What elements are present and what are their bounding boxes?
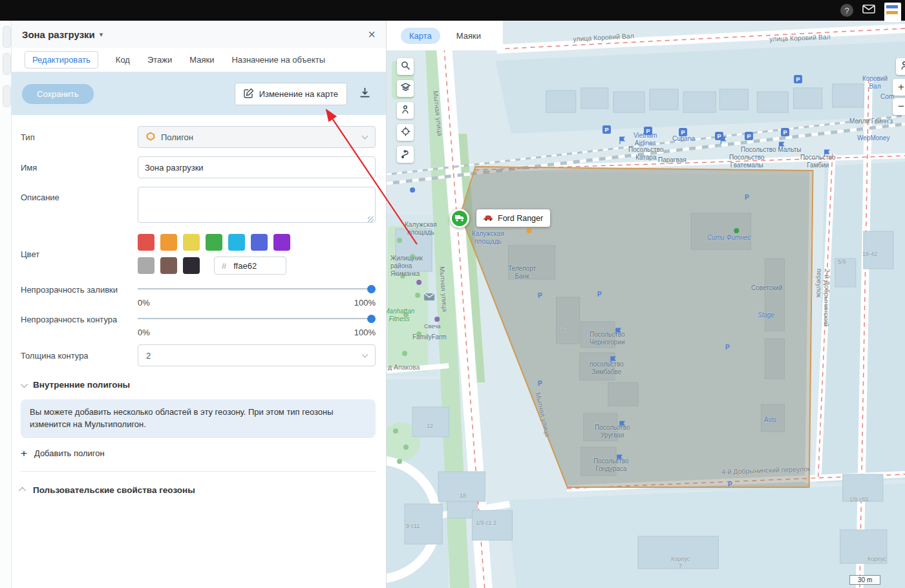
fill-opacity-label: Непрозрачность заливки bbox=[21, 285, 138, 295]
panel-tabs: Редактировать Код Этажи Маяки Назначение… bbox=[12, 48, 386, 72]
title-dropdown-caret-icon[interactable]: ▾ bbox=[100, 30, 103, 39]
panel-header: Зона разгрузки ▾ × bbox=[12, 21, 386, 48]
map-layers-button[interactable] bbox=[397, 80, 414, 97]
color-swatch[interactable] bbox=[138, 234, 154, 251]
collapsed-panel-tab[interactable] bbox=[3, 26, 11, 48]
collapsed-panel-tab[interactable] bbox=[3, 85, 11, 107]
color-swatch[interactable] bbox=[228, 234, 245, 251]
car-icon bbox=[484, 214, 493, 223]
name-label: Имя bbox=[21, 163, 138, 173]
map-search-button[interactable] bbox=[397, 58, 414, 75]
color-swatch[interactable] bbox=[206, 234, 222, 251]
route-icon bbox=[401, 149, 410, 161]
fill-opacity-max: 100% bbox=[354, 298, 376, 308]
collapsed-panel-tab[interactable] bbox=[3, 53, 11, 75]
map-edit-button[interactable]: Изменение на карте bbox=[235, 83, 347, 105]
chevron-up-icon bbox=[19, 487, 26, 494]
close-button[interactable]: × bbox=[368, 28, 376, 41]
outline-width-select[interactable]: 2 bbox=[138, 344, 376, 366]
slider-track[interactable] bbox=[138, 318, 376, 319]
outline-width-value: 2 bbox=[146, 351, 151, 361]
zoom-in-button[interactable]: + bbox=[893, 79, 905, 96]
map-scale: 30 m bbox=[849, 575, 880, 585]
type-select[interactable]: Полигон bbox=[138, 126, 376, 148]
download-icon bbox=[359, 87, 370, 100]
street-view-button[interactable] bbox=[397, 102, 414, 119]
custom-props-section-toggle[interactable]: Пользовательские свойства геозоны bbox=[21, 485, 376, 495]
vehicle-tooltip: Ford Ranger bbox=[476, 209, 550, 227]
description-label: Описание bbox=[21, 187, 138, 202]
inner-polygons-section-toggle[interactable]: Внутренние полигоны bbox=[21, 380, 376, 390]
map-extra-button[interactable] bbox=[896, 58, 905, 75]
account-avatar[interactable] bbox=[884, 3, 901, 22]
map-tab-beacons[interactable]: Маяки bbox=[448, 28, 489, 44]
tab-assignment[interactable]: Назначение на объекты bbox=[231, 55, 325, 65]
parking-letter: P bbox=[745, 194, 749, 201]
hex-color-input[interactable] bbox=[232, 260, 279, 271]
parking-letter: P bbox=[538, 292, 542, 299]
parking-icon: P bbox=[602, 125, 611, 134]
export-button[interactable] bbox=[354, 83, 376, 105]
save-button[interactable]: Сохранить bbox=[22, 84, 94, 104]
parking-icon: P bbox=[794, 75, 802, 83]
map-tabbar: Карта Маяки bbox=[387, 21, 503, 50]
outline-opacity-min: 0% bbox=[138, 328, 150, 337]
fill-opacity-slider[interactable] bbox=[138, 285, 376, 293]
type-label: Тип bbox=[21, 132, 138, 142]
pencil-square-icon bbox=[244, 88, 254, 100]
mail-button[interactable] bbox=[862, 5, 875, 16]
geofence-panel: Зона разгрузки ▾ × Редактировать Код Эта… bbox=[12, 21, 387, 588]
truck-icon bbox=[454, 213, 465, 224]
track-route-button[interactable] bbox=[397, 146, 414, 163]
outline-opacity-slider[interactable] bbox=[138, 315, 376, 323]
tab-floors[interactable]: Этажи bbox=[147, 55, 172, 65]
map-edit-label: Изменение на карте bbox=[259, 89, 338, 99]
parking-icon: P bbox=[745, 132, 753, 140]
tab-beacons[interactable]: Маяки bbox=[189, 55, 214, 65]
map-tools bbox=[397, 58, 414, 163]
zoom-out-button[interactable]: − bbox=[893, 98, 905, 115]
layers-icon bbox=[401, 83, 410, 95]
parking-letter: P bbox=[597, 291, 602, 298]
parking-icon: P bbox=[679, 128, 687, 136]
fill-opacity-min: 0% bbox=[138, 298, 150, 308]
vehicle-tooltip-label: Ford Ranger bbox=[498, 214, 543, 223]
slider-handle[interactable] bbox=[367, 315, 376, 323]
map-canvas[interactable]: улица Коровий Вал улица Коровий Вал Коро… bbox=[387, 21, 905, 588]
inner-polygons-title: Внутренние полигоны bbox=[33, 380, 130, 390]
vehicle-marker[interactable] bbox=[450, 209, 469, 228]
color-swatch[interactable] bbox=[251, 234, 268, 251]
locate-button[interactable] bbox=[397, 124, 414, 141]
hex-color-field: # bbox=[214, 257, 286, 275]
hex-prefix: # bbox=[222, 261, 226, 271]
color-swatch[interactable] bbox=[183, 234, 200, 251]
tab-code[interactable]: Код bbox=[116, 55, 130, 65]
slider-handle[interactable] bbox=[367, 285, 376, 293]
color-swatch[interactable] bbox=[160, 234, 177, 251]
outline-opacity-max: 100% bbox=[354, 328, 376, 337]
plus-icon: + bbox=[21, 448, 27, 459]
person-pin-icon bbox=[900, 61, 905, 73]
add-polygon-button[interactable]: + Добавить полигон bbox=[21, 448, 376, 459]
color-label: Цвет bbox=[21, 234, 138, 259]
help-button[interactable]: ? bbox=[840, 4, 853, 17]
color-swatch[interactable] bbox=[160, 257, 177, 274]
crosshair-icon bbox=[401, 127, 410, 139]
tab-edit[interactable]: Редактировать bbox=[25, 51, 98, 68]
parking-letter: P bbox=[728, 481, 732, 488]
parking-icon: P bbox=[715, 132, 723, 140]
description-textarea[interactable] bbox=[138, 187, 376, 223]
color-swatch[interactable] bbox=[138, 257, 154, 274]
color-swatch[interactable] bbox=[183, 257, 200, 274]
panel-toolbar: Сохранить Изменение на карте bbox=[12, 72, 386, 115]
color-swatch[interactable] bbox=[273, 234, 290, 251]
topbar: ? bbox=[0, 0, 905, 21]
map-graphics bbox=[387, 21, 905, 588]
slider-track[interactable] bbox=[138, 288, 376, 289]
outline-opacity-label: Непрозрачность контура bbox=[21, 315, 138, 324]
map-tab-map[interactable]: Карта bbox=[401, 28, 440, 44]
person-icon bbox=[401, 105, 410, 117]
name-input[interactable] bbox=[138, 156, 376, 178]
custom-props-title: Пользовательские свойства геозоны bbox=[33, 485, 195, 495]
add-polygon-label: Добавить полигон bbox=[34, 448, 105, 458]
